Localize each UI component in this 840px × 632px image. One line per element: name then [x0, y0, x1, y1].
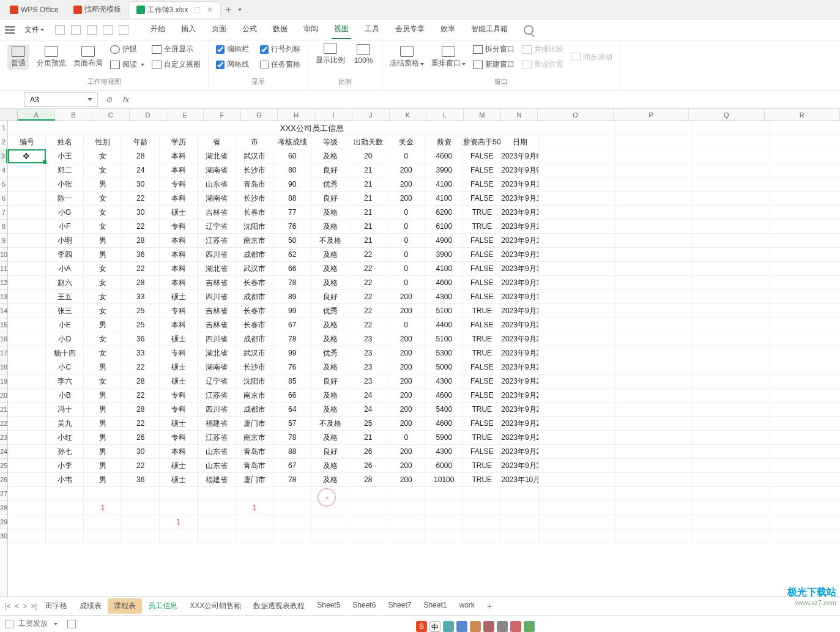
- cell[interactable]: [198, 515, 236, 529]
- cell[interactable]: [616, 220, 693, 233]
- cell[interactable]: 男: [84, 388, 122, 402]
- cell[interactable]: [349, 529, 387, 543]
- row-header[interactable]: 28: [0, 501, 7, 515]
- cell[interactable]: 湖南省: [198, 360, 236, 374]
- cell[interactable]: [770, 346, 840, 360]
- cell[interactable]: 2023年9月17日: [501, 276, 539, 289]
- cell[interactable]: 年龄: [122, 135, 160, 149]
- spreadsheet-grid[interactable]: ABCDEFGHIJKLMNOPQR 123456789101112131415…: [0, 109, 840, 597]
- cell[interactable]: 女: [84, 191, 122, 205]
- cell[interactable]: [616, 515, 693, 529]
- cell[interactable]: 长春市: [236, 304, 273, 318]
- column-header[interactable]: F: [204, 109, 241, 121]
- undo-icon[interactable]: [103, 25, 113, 35]
- cell[interactable]: 62: [273, 248, 311, 261]
- cell[interactable]: [693, 374, 770, 388]
- cell[interactable]: 4300: [425, 445, 463, 458]
- cell[interactable]: 硕士: [160, 473, 198, 486]
- preview-icon[interactable]: [87, 25, 97, 35]
- cell[interactable]: 28: [122, 403, 160, 416]
- cell[interactable]: [349, 487, 387, 500]
- cell[interactable]: 李四: [46, 248, 84, 261]
- cell[interactable]: [616, 374, 693, 388]
- cell[interactable]: 3900: [425, 248, 463, 261]
- row-header[interactable]: 4: [0, 163, 7, 177]
- cell[interactable]: 28: [122, 234, 160, 247]
- cell[interactable]: 2023年9月11日: [501, 191, 539, 205]
- cell[interactable]: 0: [387, 276, 425, 289]
- cell[interactable]: [122, 487, 160, 500]
- sheet-tab[interactable]: 田字格: [39, 598, 73, 614]
- cell[interactable]: [8, 332, 46, 346]
- cell[interactable]: 本科: [160, 276, 198, 289]
- cell[interactable]: 2023年9月20日: [501, 318, 539, 332]
- cell[interactable]: 厦门市: [236, 473, 273, 486]
- cell[interactable]: 66: [273, 388, 311, 402]
- cell[interactable]: 88: [273, 191, 311, 205]
- menu-tab-开始[interactable]: 开始: [148, 20, 168, 39]
- cell[interactable]: [273, 487, 311, 500]
- task-pane-checkbox[interactable]: 任务窗格: [260, 58, 300, 71]
- cell[interactable]: 女: [84, 346, 122, 360]
- cell[interactable]: 24: [122, 163, 160, 177]
- chevron-down-icon[interactable]: [54, 623, 58, 625]
- cell[interactable]: 专科: [160, 304, 198, 318]
- cell[interactable]: FALSE: [463, 388, 501, 402]
- cell[interactable]: 男: [84, 403, 122, 416]
- cell[interactable]: 5900: [425, 431, 463, 444]
- cell[interactable]: 76: [273, 220, 311, 233]
- cell[interactable]: [616, 290, 693, 303]
- cell[interactable]: 及格: [311, 262, 349, 275]
- cell[interactable]: 江苏省: [198, 431, 236, 444]
- cell[interactable]: 1: [160, 515, 198, 529]
- cell[interactable]: 优秀: [311, 177, 349, 191]
- cell[interactable]: 专科: [160, 403, 198, 416]
- cell[interactable]: [8, 388, 46, 402]
- cell[interactable]: [770, 374, 840, 388]
- hamburger-icon[interactable]: [5, 26, 15, 34]
- ime-icon[interactable]: [443, 621, 454, 632]
- cell[interactable]: 本科: [160, 262, 198, 275]
- headings-checkbox[interactable]: 行号列标: [260, 43, 300, 56]
- cell[interactable]: 性别: [84, 135, 122, 149]
- cell[interactable]: 小B: [46, 388, 84, 402]
- cell[interactable]: [273, 515, 311, 529]
- cell[interactable]: FALSE: [463, 177, 501, 191]
- cell[interactable]: 男: [84, 177, 122, 191]
- cell[interactable]: [770, 388, 840, 402]
- cell[interactable]: [311, 515, 349, 529]
- cell[interactable]: [693, 135, 770, 149]
- cell[interactable]: [387, 515, 425, 529]
- cell[interactable]: [46, 487, 84, 500]
- cell[interactable]: 3900: [425, 163, 463, 177]
- cell[interactable]: 长沙市: [236, 163, 273, 177]
- cell[interactable]: 24: [349, 388, 387, 402]
- cell[interactable]: 张三: [46, 304, 84, 318]
- cell[interactable]: 小E: [46, 318, 84, 332]
- cell[interactable]: 女: [84, 332, 122, 346]
- cell[interactable]: 良好: [311, 445, 349, 458]
- cell[interactable]: 85: [273, 374, 311, 388]
- cell[interactable]: FALSE: [463, 374, 501, 388]
- cell[interactable]: [198, 487, 236, 500]
- column-header[interactable]: M: [464, 109, 501, 121]
- column-header[interactable]: E: [166, 109, 204, 121]
- cell[interactable]: FALSE: [463, 234, 501, 247]
- cell[interactable]: 长春市: [236, 206, 273, 219]
- row-header[interactable]: 6: [0, 191, 7, 206]
- cell[interactable]: 2023年9月14日: [501, 234, 539, 247]
- cell[interactable]: [539, 360, 616, 374]
- cell[interactable]: [160, 487, 198, 500]
- cell[interactable]: 山东省: [198, 459, 236, 472]
- cell[interactable]: [8, 149, 46, 163]
- cell[interactable]: 22: [122, 262, 160, 275]
- ime-icon[interactable]: [456, 621, 467, 632]
- cell[interactable]: [539, 191, 616, 205]
- cell[interactable]: 2023年9月18日: [501, 290, 539, 303]
- cell[interactable]: [46, 515, 84, 529]
- custom-view-button[interactable]: 自定义视图: [152, 58, 201, 71]
- cell[interactable]: 小G: [46, 206, 84, 219]
- cell[interactable]: 4100: [425, 177, 463, 191]
- cell[interactable]: 女: [84, 290, 122, 303]
- zoom-button[interactable]: 显示比例: [316, 43, 345, 65]
